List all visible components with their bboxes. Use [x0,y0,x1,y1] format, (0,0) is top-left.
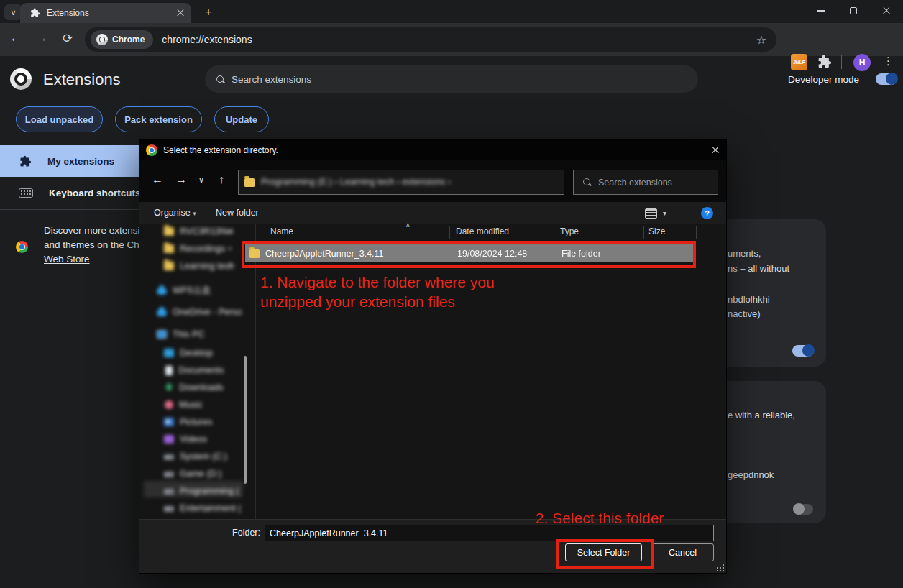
extensions-search-box[interactable] [205,65,698,93]
tree-item[interactable]: System (C:) [164,449,227,464]
profile-avatar[interactable]: H [853,54,871,71]
dialog-close-icon[interactable] [712,147,719,154]
toggle-knob [802,344,815,357]
downloads-icon [165,383,173,392]
dialog-search-input[interactable] [598,178,706,188]
music-icon [165,400,173,409]
chrome-favicon-icon [146,144,157,156]
forward-icon[interactable]: → [33,31,50,45]
extension-toggle-on[interactable] [792,345,814,357]
annotation-step1-line2: unzipped your extension files [260,293,455,310]
view-mode-icon[interactable] [645,208,657,219]
column-header-name[interactable]: Name [270,226,293,236]
forward-icon[interactable]: → [175,173,187,186]
keyboard-icon [19,188,33,198]
up-icon[interactable]: ↑ [219,173,224,186]
tree-scrollbar[interactable] [244,356,247,484]
tab-close-icon[interactable] [177,9,184,17]
tree-item[interactable]: Downloads [164,380,224,395]
new-folder-button[interactable]: New folder [216,208,259,218]
dialog-search-box[interactable] [573,170,718,195]
tree-item[interactable]: Game (D:) [164,466,221,482]
folder-icon [164,262,174,270]
sidebar-label: My extensions [47,156,114,167]
dialog-titlebar[interactable]: Select the extension directory. [139,140,726,160]
tree-item[interactable]: Programming ( [164,483,239,499]
jnlp-extension-icon[interactable]: JNLP [791,54,807,70]
annotation-step2: 2. Select this folder [536,508,664,528]
tree-item-label: This PC [173,329,204,339]
browser-menu-icon[interactable]: ⋮ [883,55,894,68]
card-text-fragment: uments, [728,248,761,259]
cancel-button[interactable]: Cancel [651,543,714,561]
window-minimize-button[interactable] [804,0,837,22]
tree-item[interactable]: Recordings [164,241,225,257]
tree-item-label: System (C:) [180,451,227,461]
new-tab-button[interactable]: + [200,4,217,21]
tree-item[interactable]: Music [164,397,203,413]
plus-icon: + [205,5,212,19]
address-bar[interactable]: Chrome chrome://extensions ☆ [85,27,776,52]
dialog-navbar: ← → ∨ ↑ Programming (E:) › Learning tech… [139,160,726,202]
view-caret-icon[interactable]: ▾ [663,209,666,217]
help-icon[interactable]: ? [701,207,713,219]
bookmark-star-icon[interactable]: ☆ [756,33,766,47]
minimize-icon [817,10,825,11]
dialog-title: Select the extension directory. [163,145,278,155]
column-header-date-modified[interactable]: Date modified [456,226,509,236]
annotation-rectangle-select-folder [556,539,654,569]
tree-item[interactable]: Desktop [164,345,213,361]
column-separator[interactable] [643,226,644,239]
folder-field-label: Folder: [217,528,260,538]
pack-extension-button[interactable]: Pack extension [115,106,202,132]
pin-icon: ✶ [227,245,233,252]
card-details-link[interactable]: nactive) [728,308,761,319]
tree-item[interactable]: RVC3R13Nvi [164,224,233,239]
recent-locations-icon[interactable]: ∨ [198,175,204,185]
drive-icon [164,489,174,495]
column-header-size[interactable]: Size [648,226,665,236]
tree-item-label: Documents [178,365,224,375]
reload-icon[interactable]: ⟳ [59,31,76,46]
tree-item[interactable]: Entertainment ( [164,500,241,516]
column-separator[interactable] [449,226,450,239]
tree-item[interactable]: This PC [157,326,204,342]
tree-item[interactable]: Pictures [164,414,212,430]
chrome-chip-label: Chrome [112,35,145,45]
column-separator[interactable] [696,226,697,239]
extensions-page-logo-icon [10,68,32,90]
window-close-button[interactable] [870,0,903,22]
cloud-icon [157,288,167,295]
tree-item-label: RVC3R13Nvi [180,226,233,236]
load-unpacked-button[interactable]: Load unpacked [16,106,103,132]
tab-strip: ∨ Extensions + [0,0,903,23]
drive-icon [164,506,174,512]
extension-toggle-off[interactable] [793,504,813,515]
search-input[interactable] [232,74,634,85]
column-header-type[interactable]: Type [560,226,579,236]
pc-icon [157,330,167,339]
tree-item[interactable]: OneDrive - Perso [157,304,242,320]
tree-item-label: Game (D:) [180,469,221,479]
breadcrumb[interactable]: Programming (E:) › Learning tech › exten… [238,170,564,195]
window-maximize-button[interactable] [837,0,870,22]
update-button[interactable]: Update [214,106,269,132]
tree-item[interactable]: Videos [164,431,207,447]
tree-item-label: Videos [180,434,207,444]
tree-item-label: Desktop [180,348,213,358]
column-separator[interactable] [554,226,554,239]
organise-menu[interactable]: Organise ▾ [154,208,196,218]
tree-item[interactable]: Learning tech [164,258,234,274]
developer-mode-toggle[interactable] [876,73,897,85]
back-icon[interactable]: ← [152,173,163,186]
tab-extensions[interactable]: Extensions [20,3,191,23]
extensions-puzzle-icon[interactable] [817,55,832,69]
back-icon[interactable]: ← [7,31,24,45]
folder-icon [164,244,174,253]
tree-item[interactable]: Documents [164,362,224,378]
resize-grip[interactable] [717,564,724,571]
tree-item[interactable]: WPS云盘 [157,282,211,298]
select-directory-dialog: Select the extension directory. ← → ∨ ↑ … [139,140,726,573]
documents-icon [165,366,173,375]
web-store-link[interactable]: Web Store [44,254,90,265]
